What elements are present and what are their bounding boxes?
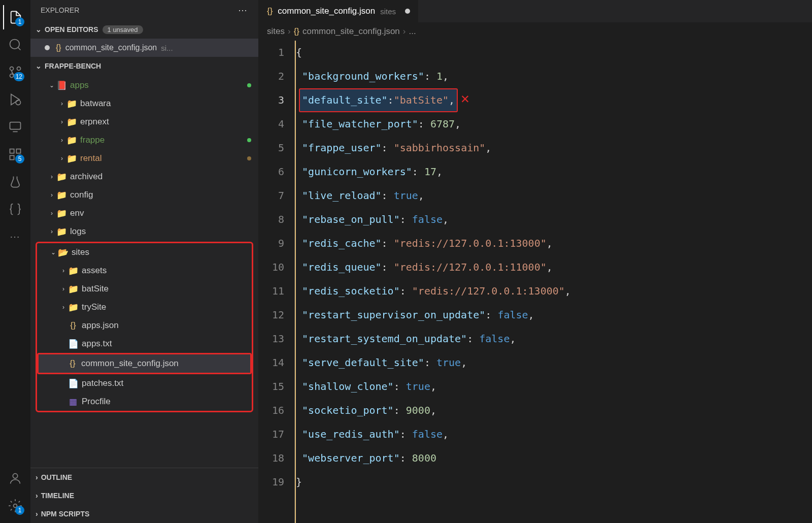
folder-icon: 📁: [66, 99, 77, 109]
debug-icon[interactable]: [3, 87, 27, 112]
svg-rect-9: [10, 149, 14, 153]
settings-icon[interactable]: 1: [3, 494, 27, 518]
account-icon[interactable]: [3, 466, 27, 491]
procfile-icon: ▦: [67, 397, 79, 407]
folder-batsite[interactable]: ›📁batSite: [37, 280, 252, 298]
testing-icon[interactable]: [3, 170, 27, 194]
json-file-icon: {}: [67, 320, 79, 331]
svg-point-3: [10, 74, 14, 78]
open-editor-item[interactable]: {} common_site_config.json si...: [30, 39, 258, 57]
folder-apps[interactable]: ⌄📕apps: [30, 76, 258, 94]
folder-icon: 📁: [66, 153, 77, 164]
folder-trysite[interactable]: ›📁trySite: [37, 298, 252, 316]
json-file-icon: {}: [67, 358, 78, 369]
modified-dot-icon: [45, 45, 50, 50]
folder-rental[interactable]: ›📁rental: [30, 149, 258, 168]
svg-point-0: [10, 40, 20, 49]
svg-rect-11: [10, 155, 14, 159]
folder-frappe[interactable]: ›📁frappe: [30, 131, 258, 149]
search-icon[interactable]: [3, 32, 27, 57]
folder-icon: 📁: [66, 135, 77, 146]
folder-icon: 📁: [67, 284, 79, 295]
folder-icon: 📁: [56, 208, 67, 219]
scm-badge: 12: [14, 72, 24, 81]
svg-point-4: [10, 67, 14, 71]
scm-icon[interactable]: 12: [3, 60, 27, 84]
more-icon[interactable]: ⋯: [3, 224, 27, 249]
folder-icon: 📁: [56, 226, 67, 237]
json-file-icon: {}: [267, 6, 273, 16]
unsaved-count-badge: 1 unsaved: [103, 25, 143, 34]
remote-icon[interactable]: [3, 115, 27, 139]
extensions-badge: 5: [15, 154, 24, 164]
explorer-badge: 1: [15, 17, 24, 26]
workspace-header[interactable]: ⌄ FRAPPE-BENCH: [30, 57, 258, 75]
folder-icon: 📁: [67, 266, 79, 276]
svg-marker-5: [11, 94, 19, 105]
file-patches-txt[interactable]: 📄patches.txt: [37, 374, 252, 393]
file-apps-txt[interactable]: 📄apps.txt: [37, 335, 252, 353]
breadcrumbs[interactable]: sites › {} common_site_config.json › ...: [259, 22, 812, 41]
activity-bar: 1 12 5 ⋯ 1: [0, 0, 30, 523]
code-content[interactable]: "default_site": "batSite", { "background…: [294, 41, 812, 523]
file-apps-json[interactable]: {}apps.json: [37, 316, 252, 335]
folder-env[interactable]: ›📁env: [30, 204, 258, 222]
folder-logs[interactable]: ›📁logs: [30, 222, 258, 241]
chevron-down-icon: ⌄: [36, 25, 42, 34]
folder-assets[interactable]: ›📁assets: [37, 262, 252, 280]
svg-point-2: [17, 67, 21, 71]
extensions-icon[interactable]: 5: [3, 142, 27, 167]
json-icon[interactable]: [3, 197, 27, 221]
git-modified-dot: [247, 83, 251, 87]
file-tree: ⌄📕apps ›📁batwara ›📁erpnext ›📁frappe ›📁re…: [30, 75, 258, 468]
modified-dot-icon: [405, 9, 410, 14]
folder-archived[interactable]: ›📁archived: [30, 168, 258, 186]
folder-open-icon: 📂: [57, 247, 69, 258]
folder-config[interactable]: ›📁config: [30, 186, 258, 204]
settings-badge: 1: [15, 506, 24, 515]
editor-area: {} common_site_config.json sites sites ›…: [259, 0, 812, 523]
folder-icon: 📁: [56, 190, 67, 201]
timeline-header[interactable]: ›TIMELINE: [30, 486, 258, 505]
chevron-down-icon: ⌄: [36, 62, 42, 70]
svg-point-6: [16, 100, 20, 105]
line-number-gutter: 1 2 3 4 5 6 7 8 9 10 11 12 13 14 15 16 1…: [259, 41, 294, 523]
editor-tabs: {} common_site_config.json sites: [259, 0, 812, 22]
sidebar-header: EXPLORER ⋯: [30, 0, 258, 20]
folder-icon: 📁: [56, 172, 67, 182]
folder-batwara[interactable]: ›📁batwara: [30, 94, 258, 113]
code-editor[interactable]: 1 2 3 4 5 6 7 8 9 10 11 12 13 14 15 16 1…: [259, 41, 812, 523]
folder-icon: 📁: [66, 117, 77, 127]
folder-erpnext[interactable]: ›📁erpnext: [30, 113, 258, 131]
sidebar-more-icon[interactable]: ⋯: [238, 5, 248, 16]
outline-header[interactable]: ›OUTLINE: [30, 468, 258, 486]
text-file-icon: 📄: [67, 339, 79, 349]
explorer-sidebar: EXPLORER ⋯ ⌄ OPEN EDITORS 1 unsaved {} c…: [30, 0, 259, 523]
error-x-icon: ✕: [461, 86, 469, 110]
git-modified-dot: [247, 156, 251, 160]
highlighted-section: ⌄📂sites ›📁assets ›📁batSite ›📁trySite {}a…: [36, 242, 253, 412]
svg-rect-7: [10, 122, 21, 129]
file-procfile[interactable]: ▦Procfile: [37, 393, 252, 411]
active-tab[interactable]: {} common_site_config.json sites: [259, 0, 418, 22]
highlighted-line: "default_site": "batSite",: [299, 88, 458, 112]
folder-icon: 📕: [56, 80, 67, 91]
text-file-icon: 📄: [67, 378, 79, 389]
git-modified-dot: [247, 138, 251, 142]
svg-point-12: [13, 474, 17, 478]
json-file-icon: {}: [56, 43, 61, 52]
npm-scripts-header[interactable]: ›NPM SCRIPTS: [30, 505, 258, 523]
sidebar-title: EXPLORER: [41, 6, 79, 14]
explorer-icon[interactable]: 1: [3, 5, 27, 29]
folder-sites[interactable]: ⌄📂sites: [37, 243, 252, 262]
svg-rect-10: [16, 149, 20, 153]
open-editors-header[interactable]: ⌄ OPEN EDITORS 1 unsaved: [30, 20, 258, 39]
file-common-site-config[interactable]: {}common_site_config.json: [39, 354, 250, 373]
svg-line-1: [18, 47, 20, 50]
folder-icon: 📁: [67, 302, 79, 313]
json-file-icon: {}: [294, 26, 299, 37]
